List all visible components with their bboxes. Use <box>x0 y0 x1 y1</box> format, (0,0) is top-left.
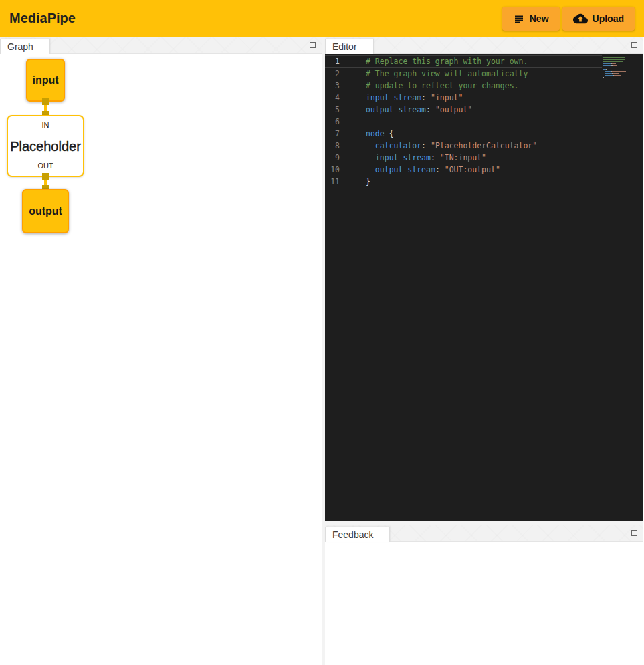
code-text: input_stream: "IN:input" <box>366 152 486 164</box>
tab-feedback-label: Feedback <box>332 529 373 540</box>
new-button-label: New <box>530 13 549 24</box>
port-connector <box>42 98 49 105</box>
line-number: 8 <box>325 140 340 152</box>
tab-graph[interactable]: Graph <box>0 39 50 54</box>
line-number: 9 <box>325 152 340 164</box>
placeholder-out-port: OUT <box>8 162 83 170</box>
graph-panel: Graph input IN Placeholder OUT output <box>0 37 322 665</box>
new-button[interactable]: New <box>502 7 560 31</box>
line-number: 5 <box>325 104 340 116</box>
code-text: output_stream: "OUT:output" <box>366 164 500 176</box>
graph-maximize-icon[interactable] <box>310 42 316 48</box>
line-number: 1 <box>325 56 340 67</box>
code-line[interactable]: 2# The graph view will automatically <box>325 68 602 80</box>
tab-editor[interactable]: Editor <box>325 39 374 54</box>
code-line[interactable]: 7node { <box>325 128 602 140</box>
code-line[interactable]: 6 <box>325 116 602 128</box>
graph-node-input[interactable]: input <box>26 59 65 102</box>
feedback-tabbar: Feedback <box>325 525 643 542</box>
main-content: Graph input IN Placeholder OUT output E <box>0 37 644 665</box>
feedback-maximize-icon[interactable] <box>631 530 637 536</box>
code-line[interactable]: 10 output_stream: "OUT:output" <box>325 164 602 176</box>
upload-button-label: Upload <box>593 13 624 24</box>
code-text: # Replace this graph with your own. <box>366 56 528 67</box>
line-number: 7 <box>325 128 340 140</box>
editor-tabbar: Editor <box>325 37 643 54</box>
placeholder-title: Placeholder <box>8 138 83 154</box>
code-editor[interactable]: 1# Replace this graph with your own.2# T… <box>325 54 643 521</box>
code-text: } <box>366 176 370 188</box>
code-text: # update to reflect your changes. <box>366 80 518 92</box>
graph-tabbar: Graph <box>0 37 322 54</box>
header-actions: New Upload <box>502 7 635 31</box>
minimap[interactable] <box>603 57 630 79</box>
code-line[interactable]: 8 calculator: "PlaceholderCalculator" <box>325 140 602 152</box>
right-column: Editor 1# Replace this graph with your o… <box>325 37 643 665</box>
feedback-content <box>325 542 643 665</box>
code-line[interactable]: 1# Replace this graph with your own. <box>325 55 602 68</box>
port-connector <box>42 173 49 180</box>
tab-graph-label: Graph <box>7 41 33 52</box>
code-line[interactable]: 5output_stream: "output" <box>325 104 602 116</box>
code-text: # The graph view will automatically <box>366 68 528 80</box>
code-line[interactable]: 9 input_stream: "IN:input" <box>325 152 602 164</box>
feedback-panel: Feedback <box>325 525 643 665</box>
tab-feedback[interactable]: Feedback <box>325 527 390 542</box>
editor-panel: Editor 1# Replace this graph with your o… <box>325 37 643 521</box>
code-text: output_stream: "output" <box>366 104 472 116</box>
tab-editor-label: Editor <box>332 41 357 52</box>
graph-node-placeholder[interactable]: IN Placeholder OUT <box>7 115 84 177</box>
line-number: 6 <box>325 116 340 128</box>
line-number: 10 <box>325 164 340 176</box>
code-text: input_stream: "input" <box>366 92 463 104</box>
cloud-upload-icon <box>573 11 588 26</box>
code-text: calculator: "PlaceholderCalculator" <box>366 140 537 152</box>
placeholder-in-port: IN <box>8 121 83 129</box>
code-lines: 1# Replace this graph with your own.2# T… <box>325 55 602 188</box>
upload-button[interactable]: Upload <box>562 7 635 31</box>
graph-node-output[interactable]: output <box>22 189 69 233</box>
code-line[interactable]: 3# update to reflect your changes. <box>325 80 602 92</box>
graph-canvas[interactable]: input IN Placeholder OUT output <box>0 54 322 665</box>
line-number: 3 <box>325 80 340 92</box>
code-text: node { <box>366 128 394 140</box>
code-line[interactable]: 11} <box>325 176 602 188</box>
app-header: MediaPipe New Upload <box>0 0 644 37</box>
editor-maximize-icon[interactable] <box>631 42 637 48</box>
line-number: 2 <box>325 68 340 80</box>
app-title: MediaPipe <box>9 11 76 26</box>
list-icon <box>513 13 525 25</box>
line-number: 4 <box>325 92 340 104</box>
line-number: 11 <box>325 176 340 188</box>
code-line[interactable]: 4input_stream: "input" <box>325 92 602 104</box>
